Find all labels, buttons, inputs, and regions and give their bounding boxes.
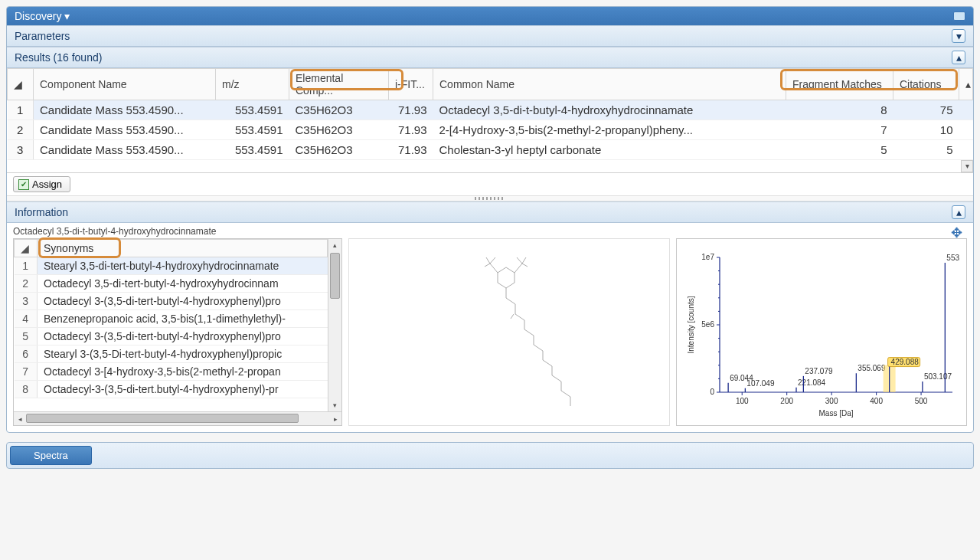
list-item[interactable]: 1Stearyl 3,5-di-tert-butyl-4-hydroxyhydr… xyxy=(15,257,328,275)
cell-common: Octadecyl 3,5-di-t-butyl-4-hydroxyhydroc… xyxy=(433,100,786,120)
cell-common: Cholestan-3-yl heptyl carbonate xyxy=(433,140,786,160)
scroll-right-arrow-icon[interactable]: ▸ xyxy=(329,415,341,423)
parameters-header[interactable]: Parameters ▾ xyxy=(7,25,973,47)
list-item[interactable]: 7Octadecyl 3-[4-hydroxy-3,5-bis(2-methyl… xyxy=(15,363,328,381)
svg-line-17 xyxy=(534,345,543,351)
assign-bar: ✔ Assign xyxy=(7,172,973,195)
svg-text:553.459*: 553.459* xyxy=(946,254,960,262)
row-number: 6 xyxy=(15,345,38,363)
cell-elemental: C35H62O3 xyxy=(289,100,389,120)
cell-ifit: 71.93 xyxy=(389,120,433,140)
list-item[interactable]: 6Stearyl 3-(3,5-Di-tert-butyl-4-hydroxyp… xyxy=(15,345,328,363)
list-item[interactable]: 2Octadecyl 3,5-di-tert-butyl-4-hydroxyhy… xyxy=(15,275,328,293)
synonyms-header-cell[interactable]: Synonyms xyxy=(38,240,328,257)
mass-spectrum-chart: 05e61e7100200300400500Mass [Da]Intensity… xyxy=(684,244,960,418)
restore-window-icon[interactable] xyxy=(953,11,965,21)
svg-text:200: 200 xyxy=(780,397,793,405)
col-mz[interactable]: m/z xyxy=(216,69,289,100)
synonyms-hscroll[interactable]: ◂ ▸ xyxy=(14,411,341,425)
information-collapse-icon[interactable]: ▴ xyxy=(952,205,965,219)
svg-line-13 xyxy=(511,314,514,319)
parameters-collapse-icon[interactable]: ▾ xyxy=(952,29,965,43)
col-common-name[interactable]: Common Name xyxy=(433,69,786,100)
scroll-left-arrow-icon[interactable]: ◂ xyxy=(14,415,26,423)
scroll-down-icon[interactable]: ▾ xyxy=(961,160,973,172)
discovery-panel: Discovery ▾ Parameters ▾ Results (16 fou… xyxy=(6,6,974,433)
list-item[interactable]: 3Octadecyl 3-(3,5-di-tert-butyl-4-hydrox… xyxy=(15,293,328,310)
col-component-name[interactable]: Component Name xyxy=(34,69,216,100)
svg-line-8 xyxy=(522,264,528,267)
results-header-row: ◢ Component Name m/z Elemental Comp... i… xyxy=(8,69,973,100)
svg-line-3 xyxy=(490,257,495,264)
synonym-name: Stearyl 3-(3,5-Di-tert-butyl-4-hydroxyph… xyxy=(38,345,328,363)
scroll-up-icon[interactable]: ▴ xyxy=(959,69,973,100)
col-citations[interactable]: Citations xyxy=(893,69,959,100)
svg-line-2 xyxy=(486,257,490,264)
svg-text:Mass [Da]: Mass [Da] xyxy=(818,409,853,418)
row-number: 1 xyxy=(8,100,34,120)
synonym-name: Octadecyl-3-(3,5-di-tert.butyl-4-hydroxy… xyxy=(38,381,328,398)
information-header[interactable]: Information ▴ xyxy=(7,201,973,223)
svg-text:503.107: 503.107 xyxy=(924,372,952,381)
scroll-up-arrow-icon[interactable]: ▴ xyxy=(328,239,341,251)
table-row[interactable]: 1 Candidate Mass 553.4590... 553.4591 C3… xyxy=(8,100,973,120)
cell-frag: 8 xyxy=(786,100,893,120)
scroll-down-arrow-icon[interactable]: ▾ xyxy=(328,399,341,411)
row-number: 2 xyxy=(15,275,38,293)
list-item[interactable]: 8Octadecyl-3-(3,5-di-tert.butyl-4-hydrox… xyxy=(15,381,328,398)
row-number: 5 xyxy=(15,328,38,345)
assign-button[interactable]: ✔ Assign xyxy=(13,176,70,192)
col-ifit[interactable]: i-FIT... xyxy=(389,69,433,100)
cell-cit: 10 xyxy=(893,120,959,140)
svg-line-21 xyxy=(552,375,561,382)
cell-mz: 553.4591 xyxy=(216,120,289,140)
results-header[interactable]: Results (16 found) ▴ xyxy=(7,47,973,68)
cell-cit: 75 xyxy=(893,100,959,120)
synonyms-panel: ◢ Synonyms 1Stearyl 3,5-di-tert-butyl-4-… xyxy=(13,238,342,426)
svg-text:5e6: 5e6 xyxy=(701,320,714,329)
assign-label: Assign xyxy=(32,178,62,190)
svg-text:429.088: 429.088 xyxy=(891,358,920,366)
cell-component: Candidate Mass 553.4590... xyxy=(34,100,216,120)
discovery-dropdown[interactable]: Discovery ▾ xyxy=(15,10,70,22)
cell-elemental: C35H62O3 xyxy=(289,120,389,140)
svg-text:400: 400 xyxy=(870,397,883,405)
chevron-down-icon: ▾ xyxy=(64,10,70,22)
cell-component: Candidate Mass 553.4590... xyxy=(34,120,216,140)
synonyms-vscroll[interactable]: ▴ ▾ xyxy=(328,239,341,411)
list-item[interactable]: 4Benzenepropanoic acid, 3,5-bis(1,1-dime… xyxy=(15,310,328,328)
cell-common: 2-[4-Hydroxy-3,5-bis(2-methyl-2-propanyl… xyxy=(433,120,786,140)
col-fragment-matches[interactable]: Fragment Matches xyxy=(786,69,893,100)
row-number: 7 xyxy=(15,363,38,381)
table-row[interactable]: 2 Candidate Mass 553.4590... 553.4591 C3… xyxy=(8,120,973,140)
list-item[interactable]: 5Octadecyl 3-(3,5-di-tert-butyl-4-hydrox… xyxy=(15,328,328,345)
svg-text:221.084: 221.084 xyxy=(798,378,826,387)
svg-line-1 xyxy=(490,264,498,273)
cell-frag: 5 xyxy=(786,140,893,160)
cell-elemental: C35H62O3 xyxy=(289,140,389,160)
cell-component: Candidate Mass 553.4590... xyxy=(34,140,216,160)
hscroll-thumb[interactable] xyxy=(26,414,299,423)
results-collapse-icon[interactable]: ▴ xyxy=(952,51,965,64)
col-elemental[interactable]: Elemental Comp... xyxy=(289,69,389,100)
row-number: 3 xyxy=(15,293,38,310)
row-number: 4 xyxy=(15,310,38,328)
table-row[interactable]: 3 Candidate Mass 553.4590... 553.4591 C3… xyxy=(8,140,973,160)
synonym-name: Benzenepropanoic acid, 3,5-bis(1,1-dimet… xyxy=(38,310,328,328)
row-corner: ◢ xyxy=(8,69,34,100)
spectrum-panel: 05e61e7100200300400500Mass [Da]Intensity… xyxy=(676,238,967,426)
svg-line-4 xyxy=(485,264,490,267)
svg-line-15 xyxy=(524,329,534,336)
svg-line-6 xyxy=(522,257,526,264)
row-number: 1 xyxy=(15,257,38,275)
svg-text:100: 100 xyxy=(736,397,749,405)
cell-ifit: 71.93 xyxy=(389,100,433,120)
vscroll-thumb[interactable] xyxy=(330,253,340,299)
cell-mz: 553.4591 xyxy=(216,140,289,160)
svg-text:500: 500 xyxy=(915,397,928,405)
spectra-tab[interactable]: Spectra xyxy=(10,446,92,465)
splitter[interactable] xyxy=(7,195,973,201)
cell-ifit: 71.93 xyxy=(389,140,433,160)
svg-text:237.079: 237.079 xyxy=(805,367,833,375)
information-title: Information xyxy=(15,206,68,218)
